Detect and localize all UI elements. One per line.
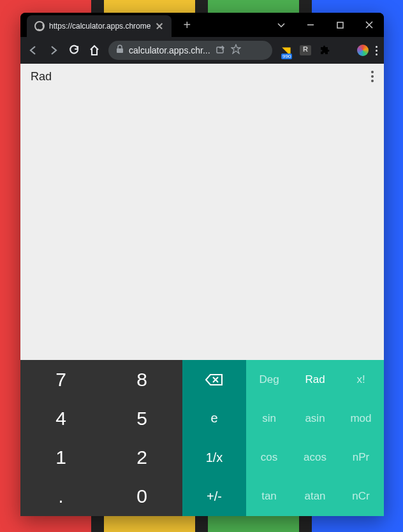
backspace-button[interactable] (182, 360, 246, 399)
operations-column: e 1/x +/- (182, 360, 246, 516)
home-button[interactable] (88, 44, 101, 57)
calculator-display (20, 89, 384, 360)
asin-button[interactable]: asin (292, 399, 338, 438)
close-window-button[interactable] (355, 13, 384, 36)
reader-extension-icon[interactable]: R (299, 44, 312, 57)
rss-extension-icon[interactable]: ◥ 990 (280, 44, 293, 57)
extension-icons: ◥ 990 R (280, 44, 377, 57)
npr-button[interactable]: nPr (338, 438, 384, 477)
back-button[interactable] (27, 44, 40, 57)
page-content: Rad 7 8 4 5 1 2 . 0 e 1/x (20, 64, 384, 516)
window-controls (267, 13, 384, 36)
address-bar[interactable]: calculator.apps.chr... (108, 41, 272, 60)
tab-search-button[interactable] (267, 13, 296, 36)
decimal-point-button[interactable]: . (20, 477, 101, 516)
close-tab-icon[interactable] (155, 22, 164, 31)
maximize-button[interactable] (325, 13, 355, 36)
digit-7-button[interactable]: 7 (20, 360, 101, 399)
atan-button[interactable]: atan (292, 477, 338, 516)
extensions-puzzle-icon[interactable] (318, 44, 331, 57)
browser-toolbar: calculator.apps.chr... ◥ 990 R (20, 37, 384, 64)
scientific-panel: Deg Rad x! sin asin mod cos acos nPr tan… (246, 360, 384, 516)
euler-e-button[interactable]: e (182, 399, 246, 438)
svg-rect-1 (337, 22, 343, 28)
radians-button[interactable]: Rad (292, 360, 338, 399)
playlist-extension-icon[interactable] (337, 44, 350, 57)
lock-icon (116, 45, 124, 56)
reciprocal-button[interactable]: 1/x (182, 438, 246, 477)
calculator-keypad: 7 8 4 5 1 2 . 0 e 1/x +/- Deg Rad x! (20, 360, 384, 516)
digit-1-button[interactable]: 1 (20, 438, 101, 477)
extension-badge: 990 (281, 54, 292, 59)
cos-button[interactable]: cos (246, 438, 292, 477)
svg-rect-2 (117, 48, 123, 53)
globe-icon (34, 21, 45, 31)
angle-mode-label: Rad (31, 70, 52, 83)
number-pad: 7 8 4 5 1 2 . 0 (20, 360, 182, 516)
titlebar: https://calculator.apps.chrome + (20, 13, 384, 37)
color-extension-icon[interactable] (356, 44, 369, 57)
digit-5-button[interactable]: 5 (101, 399, 182, 438)
browser-tab[interactable]: https://calculator.apps.chrome (27, 15, 172, 37)
calculator-header: Rad (20, 64, 384, 89)
acos-button[interactable]: acos (292, 438, 338, 477)
digit-0-button[interactable]: 0 (101, 477, 182, 516)
degrees-button[interactable]: Deg (246, 360, 292, 399)
forward-button[interactable] (47, 44, 60, 57)
browser-window: https://calculator.apps.chrome + (20, 13, 384, 516)
mod-button[interactable]: mod (338, 399, 384, 438)
minimize-button[interactable] (296, 13, 325, 36)
bookmark-star-icon[interactable] (231, 44, 241, 57)
factorial-button[interactable]: x! (338, 360, 384, 399)
reload-button[interactable] (68, 44, 80, 57)
digit-2-button[interactable]: 2 (101, 438, 182, 477)
tab-title: https://calculator.apps.chrome (49, 22, 150, 31)
new-tab-button[interactable]: + (183, 18, 191, 32)
sin-button[interactable]: sin (246, 399, 292, 438)
calculator-menu-icon[interactable] (371, 71, 374, 82)
ncr-button[interactable]: nCr (338, 477, 384, 516)
tan-button[interactable]: tan (246, 477, 292, 516)
digit-8-button[interactable]: 8 (101, 360, 182, 399)
share-icon[interactable] (216, 44, 226, 57)
sign-toggle-button[interactable]: +/- (182, 477, 246, 516)
digit-4-button[interactable]: 4 (20, 399, 101, 438)
url-text: calculator.apps.chr... (129, 45, 210, 55)
browser-menu-icon[interactable] (376, 46, 377, 55)
